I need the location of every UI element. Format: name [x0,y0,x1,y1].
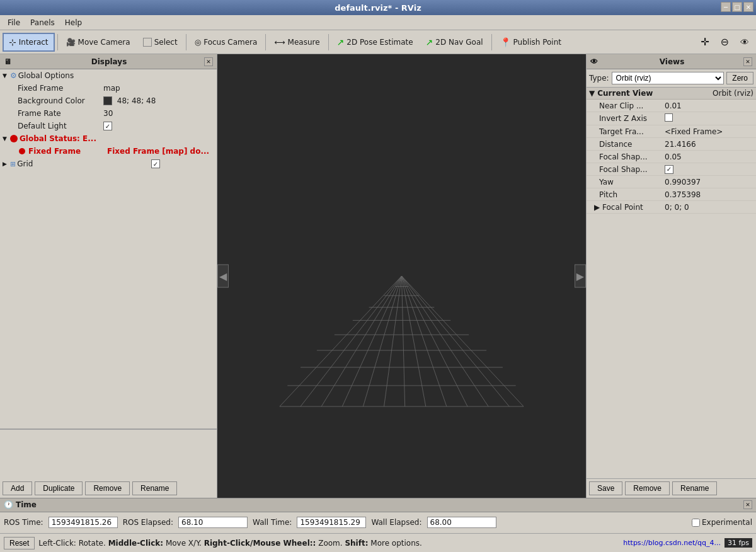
titlebar: default.rviz* - RViz ─ □ ✕ [0,0,756,15]
sep4 [328,34,329,50]
ros-elapsed-value: 68.10 [178,517,248,528]
ruler-icon: ⟷ [274,38,285,47]
current-view-header[interactable]: ▼ Current View Orbit (rviz) [587,88,756,100]
maximize-button[interactable]: □ [732,2,742,12]
viewport-right-arrow[interactable]: ▶ [575,265,586,288]
focal-shape2-name: Focal Shap... [589,165,665,174]
global-status-item[interactable]: ▼ Global Status: E... [0,132,217,145]
pitch-row[interactable]: Pitch 0.375398 [587,188,756,201]
time-icon: 🕐 [4,500,13,509]
remove-toolbar-item-button[interactable]: ⊖ [716,33,733,52]
views-save-button[interactable]: Save [589,481,622,495]
publish-point-button[interactable]: 📍 Publish Point [495,33,567,52]
displays-panel-header: 🖥 Displays ✕ [0,54,217,69]
menu-help[interactable]: Help [60,17,87,28]
titlebar-title: default.rviz* - RViz [335,3,421,13]
near-clip-name: Near Clip ... [589,101,665,110]
views-panel-icon: 👁 [590,57,598,66]
wall-elapsed-label: Wall Elapsed: [371,518,421,527]
fixed-frame-name: Fixed Frame [3,84,103,93]
target-frame-row[interactable]: Target Fra... <Fixed Frame> [587,125,756,138]
displays-panel-close[interactable]: ✕ [204,57,213,66]
ros-time-value: 1593491815.26 [49,517,118,528]
experimental-checkbox[interactable] [692,519,700,527]
pitch-value: 0.375398 [665,190,753,199]
views-type-select[interactable]: Orbit (rviz) [612,72,724,84]
move-camera-button[interactable]: 🎥 Move Camera [60,33,136,52]
focus-icon: ◎ [195,38,201,47]
measure-label: Measure [288,38,320,47]
displays-panel-title: Displays [91,57,127,66]
focal-shape2-checkbox[interactable]: ✓ [665,165,673,174]
3d-viewport[interactable]: ◀ [217,54,586,498]
frame-rate-row[interactable]: Frame Rate 30 [0,107,217,120]
fixed-frame-error-name: Fixed Frame [28,147,81,156]
time-panel-close[interactable]: ✕ [743,500,752,509]
statusbar: Reset Left-Click: Rotate. Middle-Click: … [0,533,756,552]
wall-time-value: 1593491815.29 [297,517,366,528]
fixed-frame-row[interactable]: Fixed Frame map [0,82,217,95]
distance-name: Distance [589,140,665,149]
remove-display-button[interactable]: Remove [85,481,130,495]
views-type-row: Type: Orbit (rviz) Zero [587,69,756,88]
displays-panel: 🖥 Displays ✕ ▼ ⚙ Global Options Fixed Fr… [0,54,217,498]
fixed-frame-error-row[interactable]: Fixed Frame Fixed Frame [map] do... [0,145,217,158]
fixed-frame-value: map [103,84,214,93]
focal-point-arrow: ▶ [594,203,602,212]
grid-checkbox[interactable]: ✓ [151,159,160,168]
views-rename-button[interactable]: Rename [672,481,717,495]
views-panel-close[interactable]: ✕ [743,57,752,66]
invert-z-row[interactable]: Invert Z Axis [587,112,756,125]
2d-pose-estimate-button[interactable]: ↗ 2D Pose Estimate [331,33,419,52]
status-url[interactable]: https://blog.csdn.net/qq_4... [623,539,721,547]
target-frame-value: <Fixed Frame> [665,127,753,136]
displays-buttons: Add Duplicate Remove Rename [0,479,217,498]
select-button[interactable]: Select [137,33,183,52]
rename-display-button[interactable]: Rename [132,481,177,495]
global-options-arrow: ▼ [3,72,10,79]
measure-button[interactable]: ⟷ Measure [268,33,325,52]
distance-row[interactable]: Distance 21.4166 [587,138,756,151]
near-clip-row[interactable]: Near Clip ... 0.01 [587,100,756,112]
viewport-left-arrow[interactable]: ◀ [217,265,229,288]
views-zero-button[interactable]: Zero [726,72,753,84]
add-toolbar-item-button[interactable]: ✛ [696,33,713,52]
grid-item[interactable]: ▶ ⊞ Grid ✓ [0,158,217,170]
focus-camera-button[interactable]: ◎ Focus Camera [189,33,263,52]
focal-shape1-row[interactable]: Focal Shap... 0.05 [587,151,756,163]
minimize-button[interactable]: ─ [721,2,731,12]
menu-file[interactable]: File [3,17,25,28]
focal-shape2-row[interactable]: Focal Shap... ✓ [587,163,756,176]
wall-time-label: Wall Time: [253,518,292,527]
views-panel-header: 👁 Views ✕ [587,54,756,69]
camera-icon: 🎥 [66,38,76,47]
default-light-checkbox[interactable]: ✓ [103,122,112,130]
reset-button[interactable]: Reset [4,537,35,549]
default-light-row[interactable]: Default Light ✓ [0,120,217,132]
invert-z-checkbox[interactable] [665,113,673,122]
duplicate-display-button[interactable]: Duplicate [35,481,83,495]
global-options-item[interactable]: ▼ ⚙ Global Options [0,69,217,82]
close-button[interactable]: ✕ [743,2,753,12]
yaw-name: Yaw [589,178,665,187]
add-display-button[interactable]: Add [3,481,32,495]
background-color-row[interactable]: Background Color 48; 48; 48 [0,95,217,107]
menu-panels[interactable]: Panels [25,17,60,28]
sep2 [186,34,186,50]
yaw-row[interactable]: Yaw 0.990397 [587,176,756,188]
pose-icon: ↗ [337,37,345,47]
toolbar-settings-button[interactable]: 👁 [736,33,753,52]
menubar: File Panels Help [0,15,756,30]
interact-button[interactable]: ⊹ Interact [3,33,55,52]
2d-nav-goal-button[interactable]: ↗ 2D Nav Goal [420,33,489,52]
focal-point-row[interactable]: ▶ Focal Point 0; 0; 0 [587,201,756,214]
views-remove-button[interactable]: Remove [625,481,670,495]
toolbar-extras: ✛ ⊖ 👁 [696,33,753,52]
target-frame-name: Target Fra... [589,127,665,136]
fps-badge: 31 fps [724,538,752,548]
focus-camera-label: Focus Camera [203,38,257,47]
time-panel: 🕐 Time ✕ ROS Time: 1593491815.26 ROS Ela… [0,498,756,533]
invert-z-name: Invert Z Axis [589,114,665,123]
global-options-label: Global Options [18,71,214,80]
sep1 [57,34,58,50]
